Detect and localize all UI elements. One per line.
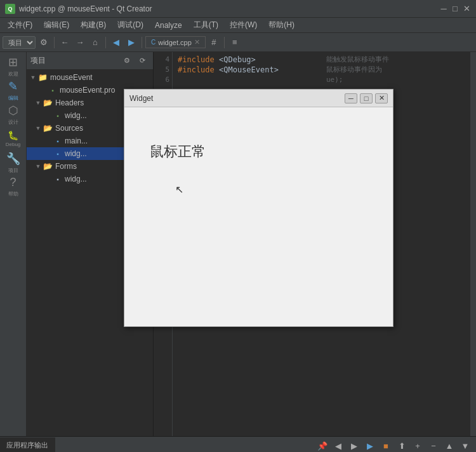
expand-forms-icon: ▼ [34,163,42,170]
right-scrollbar [470,52,476,436]
welcome-label: 欢迎 [8,70,18,77]
app-icon: Q [5,4,15,14]
design-label: 设计 [8,119,18,126]
minimize-button[interactable]: ─ [439,4,448,13]
leaf-spacer2 [44,112,52,119]
output-toolbar-minus[interactable]: − [426,439,440,452]
output-tab-label: 应用程序输出 [6,441,48,450]
tree-node-mouseEvent[interactable]: ▼ 📁 mouseEvent [27,71,153,84]
sidebar-item-help[interactable]: ? 帮助 [2,175,25,198]
comment-2: 鼠标移动事件因为 [326,65,467,75]
menu-edit[interactable]: 编辑(E) [39,18,74,32]
tree-header: 项目 ⚙ ⟳ [27,52,153,70]
toolbar-sep-2 [105,37,106,48]
menu-bar: 文件(F) 编辑(E) 构建(B) 调试(D) Analyze 工具(T) 控件… [0,18,476,33]
sidebar-item-project[interactable]: 🔧 项目 [2,151,25,174]
project-folder-icon: 📁 [38,73,48,82]
output-expand-btn[interactable]: ▼ [458,439,472,452]
project-icon: 🔧 [6,152,20,166]
tree-sync-btn[interactable]: ⟳ [135,54,149,68]
toolbar-forward-btn[interactable]: → [73,36,87,50]
close-button[interactable]: ✕ [462,4,471,13]
title-bar: Q widget.cpp @ mouseEvent - Qt Creator ─… [0,0,476,18]
sidebar-item-edit[interactable]: ✎ 编辑 [2,79,25,102]
form-file-icon: ▪ [53,175,62,183]
active-tab-indicator: C widget.cpp ✕ [145,36,206,48]
project-label: 项目 [8,167,18,174]
toolbar-home-btn[interactable]: ⌂ [88,36,102,50]
menu-file[interactable]: 文件(F) [3,18,37,32]
design-icon: ⬡ [8,103,18,117]
output-toolbar-pin[interactable]: 📌 [315,439,329,452]
pro-file-icon: ▪ [48,86,57,95]
output-toolbar-plus[interactable]: + [411,439,425,452]
output-toolbar-next[interactable]: ▶ [347,439,361,452]
tree-label-forms: Forms [55,162,77,171]
edit-label: 编辑 [8,95,18,102]
edit-icon: ✎ [8,79,18,93]
widget-controls: ─ □ ✕ [345,93,388,103]
menu-build[interactable]: 构建(B) [76,18,111,32]
menu-analyze[interactable]: Analyze [150,20,187,31]
sidebar-item-design[interactable]: ⬡ 设计 [2,103,25,126]
forms-folder-icon: 📂 [43,162,53,171]
main-file-icon: ▪ [53,136,62,145]
widget-cursor: ↖ [175,183,183,196]
tree-label-header-file: widg... [65,111,87,120]
output-toolbar-stop[interactable]: ■ [379,439,393,452]
headers-folder-icon: 📂 [43,98,53,107]
expand-icon: ▼ [29,74,37,81]
sidebar-item-debug[interactable]: 🐛 Debug [2,127,25,150]
menu-debug[interactable]: 调试(D) [112,18,149,32]
tree-header-controls: ⚙ ⟳ [120,54,149,68]
output-toolbar-prev[interactable]: ◀ [331,439,345,452]
widget-maximize-btn[interactable]: □ [360,93,373,103]
tree-label-widget-source: widg... [65,149,87,158]
toolbar-hash-btn[interactable]: # [207,36,221,50]
left-sidebar: ⊞ 欢迎 ✎ 编辑 ⬡ 设计 🐛 Debug 🔧 项目 ? 帮助 [0,52,27,436]
widget-minimize-btn[interactable]: ─ [345,93,357,103]
widget-body: 鼠标正常 ↖ [124,107,393,326]
window-controls: ─ □ ✕ [439,4,471,13]
leaf-spacer5 [44,175,52,183]
expand-sources-icon: ▼ [34,124,42,132]
tree-filter-btn[interactable]: ⚙ [120,54,134,68]
widget-window[interactable]: Widget ─ □ ✕ 鼠标正常 ↖ [124,89,393,327]
comment-3: ue); [326,75,467,85]
toolbar-sep-1 [54,37,55,48]
menu-help[interactable]: 帮助(H) [263,18,300,32]
toolbar-menu-btn[interactable]: ≡ [228,36,242,50]
tree-label-main: main... [65,136,88,145]
maximize-button[interactable]: □ [451,4,459,13]
toolbar-btn3[interactable]: ◀ [109,36,123,50]
sources-folder-icon: 📂 [43,124,53,133]
code-line-3 [178,75,319,85]
output-collapse-btn[interactable]: ▲ [442,439,456,452]
tree-label-mouseEvent: mouseEvent [50,73,93,82]
leaf-spacer3 [44,137,52,145]
project-dropdown[interactable]: 项目 [3,36,36,49]
tree-label-sources: Sources [55,124,83,133]
menu-tools[interactable]: 工具(T) [188,18,223,32]
tab-close-icon[interactable]: ✕ [194,38,200,46]
welcome-icon: ⊞ [8,55,18,69]
code-line-1: #include <QDebug> [178,55,319,65]
output-toolbar-upload[interactable]: ⬆ [395,439,409,452]
toolbar-btn4[interactable]: ▶ [124,36,138,50]
output-tab[interactable]: 应用程序输出 [0,437,55,452]
line-num-5: 5 [156,65,169,75]
menu-controls[interactable]: 控件(W) [225,18,262,32]
debug-icon: 🐛 [8,130,18,140]
tree-header-label: 项目 [30,55,46,66]
main-toolbar: 项目 ⚙ ← → ⌂ ◀ ▶ C widget.cpp ✕ # ≡ [0,33,476,52]
comment-1: 能触发鼠标移动事件 [326,55,467,65]
widget-close-btn[interactable]: ✕ [375,93,388,103]
line-num-4: 4 [156,55,169,65]
debug-label: Debug [6,142,21,147]
leaf-spacer [39,86,47,94]
toolbar-back-btn[interactable]: ← [58,36,72,50]
toolbar-filter-btn[interactable]: ⚙ [37,36,51,50]
sidebar-item-welcome[interactable]: ⊞ 欢迎 [2,55,25,77]
toolbar-sep-4 [224,37,225,48]
output-toolbar-play[interactable]: ▶ [363,439,377,452]
